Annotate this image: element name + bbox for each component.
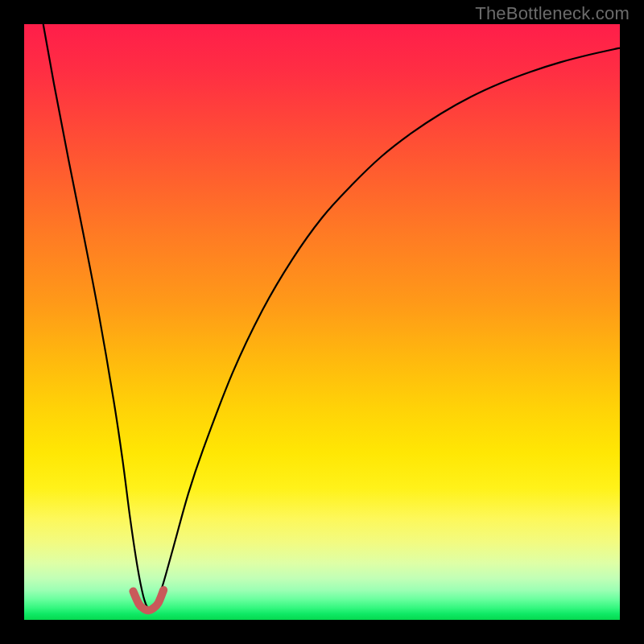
bottleneck-curve — [43, 24, 620, 609]
curve-svg — [24, 24, 620, 620]
plot-frame — [24, 24, 620, 620]
optimal-region-highlight — [133, 590, 163, 610]
plot-area — [24, 24, 620, 620]
watermark-text: TheBottleneck.com — [475, 3, 630, 24]
